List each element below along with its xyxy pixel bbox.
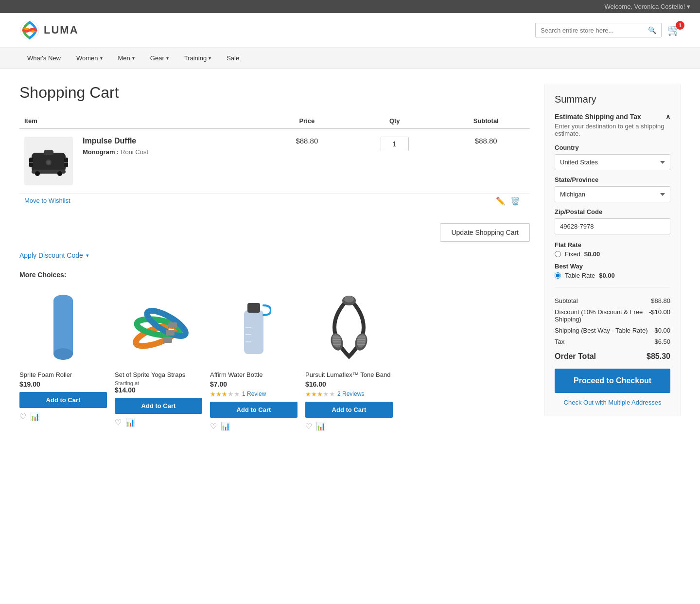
product-card-water-bottle: Affirm Water Bottle $7.00 ★★★★★ 1 Review… xyxy=(210,288,298,431)
more-choices-title: More Choices: xyxy=(19,271,530,279)
cart-table: Item Price Qty Subtotal xyxy=(19,113,530,213)
flat-rate-option: Flat Rate Fixed $0.00 xyxy=(555,241,670,258)
main-nav: What's New Women ▾ Men ▾ Gear ▾ Training… xyxy=(0,48,700,69)
wishlist-icon-2[interactable]: ♡ xyxy=(210,422,217,431)
item-image-placeholder xyxy=(24,137,73,185)
cart-badge: 1 xyxy=(676,21,684,30)
compare-icon-1[interactable]: 📊 xyxy=(125,418,135,427)
svg-rect-20 xyxy=(163,337,172,343)
add-to-cart-button-0[interactable]: Add to Cart xyxy=(19,392,107,408)
header: LUMA 🔍 🛒 1 xyxy=(0,13,700,48)
best-way-radio[interactable] xyxy=(555,272,561,279)
duffle-bag-image xyxy=(27,143,70,179)
svg-point-14 xyxy=(53,348,73,360)
compare-icon-0[interactable]: 📊 xyxy=(30,412,40,421)
nav-item-gear[interactable]: Gear ▾ xyxy=(142,48,176,69)
wishlist-icon-3[interactable]: ♡ xyxy=(305,422,312,431)
item-price: $88.80 xyxy=(267,129,347,194)
product-stars-3: ★★★★★ 2 Reviews xyxy=(305,390,393,398)
product-price-3: $16.00 xyxy=(305,380,393,388)
nav-chevron-women: ▾ xyxy=(100,55,103,61)
svg-rect-13 xyxy=(53,301,73,354)
best-way-title: Best Way xyxy=(555,263,670,270)
best-way-row: Table Rate $0.00 xyxy=(555,272,670,279)
nav-item-whats-new[interactable]: What's New xyxy=(19,48,69,69)
product-image-water-bottle xyxy=(210,288,298,366)
product-card-foam-roller: Sprite Foam Roller $19.00 Add to Cart ♡ … xyxy=(19,288,107,431)
state-select[interactable]: Michigan xyxy=(555,186,670,202)
col-subtotal: Subtotal xyxy=(442,113,530,129)
flat-rate-radio[interactable] xyxy=(555,251,561,257)
best-way-option: Best Way Table Rate $0.00 xyxy=(555,263,670,279)
cart-main: Shopping Cart Item Price Qty Subtotal xyxy=(19,84,530,431)
multi-address-link[interactable]: Check Out with Multiple Addresses xyxy=(555,399,670,406)
nav-chevron-men: ▾ xyxy=(132,55,135,61)
search-icon[interactable]: 🔍 xyxy=(648,26,656,34)
product-image-tone-band xyxy=(305,288,393,366)
svg-point-11 xyxy=(57,171,62,176)
item-action-icons-cell: ✏️ 🗑️ xyxy=(267,194,530,214)
move-to-wishlist-link[interactable]: Move to Wishlist xyxy=(24,197,70,204)
state-label: State/Province xyxy=(555,176,670,183)
item-actions-row: Move to Wishlist ✏️ 🗑️ xyxy=(19,194,530,214)
shipping-chevron-up-icon: ∧ xyxy=(665,113,670,121)
nav-item-training[interactable]: Training ▾ xyxy=(176,48,219,69)
cart-sidebar: Summary Estimate Shipping and Tax ∧ Ente… xyxy=(544,84,681,416)
shipping-estimate-desc: Enter your destination to get a shipping… xyxy=(555,123,670,137)
discount-toggle[interactable]: Apply Discount Code ▾ xyxy=(19,251,530,259)
search-box: 🔍 xyxy=(535,23,662,37)
checkout-button[interactable]: Proceed to Checkout xyxy=(555,369,670,393)
nav-item-men[interactable]: Men ▾ xyxy=(110,48,142,69)
delete-item-icon[interactable]: 🗑️ xyxy=(510,196,520,206)
product-action-icons-3: ♡ 📊 xyxy=(305,422,393,431)
product-image-yoga-straps xyxy=(115,288,202,366)
item-option: Monogram : Roni Cost xyxy=(83,148,262,156)
col-price: Price xyxy=(267,113,347,129)
logo[interactable]: LUMA xyxy=(19,20,79,40)
svg-rect-18 xyxy=(168,322,177,328)
yoga-straps-svg xyxy=(127,296,190,359)
discount-chevron-icon: ▾ xyxy=(86,252,89,259)
order-total-row: Order Total $85.30 xyxy=(555,347,670,369)
product-price-2: $7.00 xyxy=(210,380,298,388)
add-to-cart-button-3[interactable]: Add to Cart xyxy=(305,402,393,418)
product-card-yoga-straps: Set of Sprite Yoga Straps Starting at $1… xyxy=(115,288,202,431)
page-title: Shopping Cart xyxy=(19,84,530,102)
nav-item-sale[interactable]: Sale xyxy=(219,48,247,69)
compare-icon-2[interactable]: 📊 xyxy=(221,422,230,431)
country-select[interactable]: United States xyxy=(555,154,670,170)
search-input[interactable] xyxy=(541,27,648,34)
cart-icon-wrap[interactable]: 🛒 1 xyxy=(667,24,681,36)
product-name-2: Affirm Water Bottle xyxy=(210,371,298,378)
subtotal-row: Subtotal $88.80 xyxy=(555,295,670,306)
wishlist-icon-1[interactable]: ♡ xyxy=(115,418,122,427)
svg-rect-22 xyxy=(247,303,260,313)
item-qty-input[interactable] xyxy=(381,137,409,151)
flat-rate-row: Fixed $0.00 xyxy=(555,250,670,258)
item-image-cell xyxy=(19,129,78,194)
nav-item-women[interactable]: Women ▾ xyxy=(69,48,110,69)
update-cart-button[interactable]: Update Shopping Cart xyxy=(440,223,530,242)
product-name-1: Set of Sprite Yoga Straps xyxy=(115,371,202,378)
item-subtotal: $88.80 xyxy=(442,129,530,194)
foam-roller-svg xyxy=(49,293,78,361)
zip-input[interactable] xyxy=(555,218,670,234)
shipping-row: Shipping (Best Way - Table Rate) $0.00 xyxy=(555,325,670,336)
col-qty: Qty xyxy=(347,113,442,129)
tone-band-svg xyxy=(320,293,378,361)
shipping-estimate-toggle[interactable]: Estimate Shipping and Tax ∧ xyxy=(555,113,670,121)
wishlist-icon-0[interactable]: ♡ xyxy=(19,412,26,421)
add-to-cart-button-1[interactable]: Add to Cart xyxy=(115,398,202,414)
update-cart-wrap: Update Shopping Cart xyxy=(19,223,530,242)
edit-item-icon[interactable]: ✏️ xyxy=(496,196,506,206)
add-to-cart-button-2[interactable]: Add to Cart xyxy=(210,402,298,418)
review-count-3[interactable]: 2 Reviews xyxy=(337,391,364,397)
product-name-0: Sprite Foam Roller xyxy=(19,371,107,378)
col-item: Item xyxy=(19,113,267,129)
logo-text: LUMA xyxy=(44,24,79,36)
svg-point-9 xyxy=(47,161,50,164)
review-count-2[interactable]: 1 Review xyxy=(242,391,266,397)
compare-icon-3[interactable]: 📊 xyxy=(316,422,326,431)
welcome-message[interactable]: Welcome, Veronica Costello! xyxy=(604,3,685,10)
topbar-chevron: ▾ xyxy=(687,3,690,10)
